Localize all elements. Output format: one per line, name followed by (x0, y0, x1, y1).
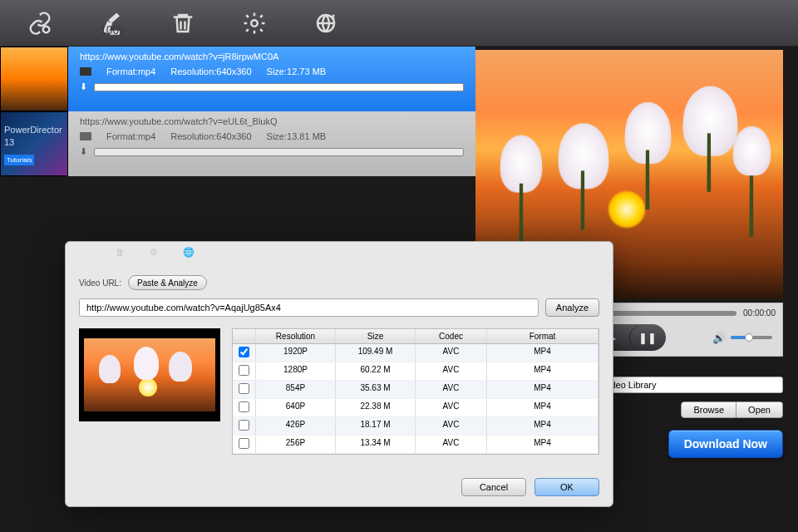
gear-icon: ⚙ (150, 247, 158, 258)
cell-resolution: 640P (256, 399, 336, 416)
download-arrow-icon: ⬇ (80, 81, 87, 92)
row-checkbox[interactable] (239, 401, 249, 412)
cell-codec: AVC (416, 362, 487, 380)
col-codec: Codec (416, 329, 487, 343)
cell-codec: AVC (416, 399, 487, 416)
open-button[interactable]: Open (736, 401, 783, 418)
table-row[interactable]: 1920P109.49 MAVCMP4 (233, 344, 598, 362)
trash-icon: 🗑 (116, 247, 125, 258)
cell-size: 22.38 M (336, 399, 416, 416)
brush-clear-icon[interactable]: 100% (96, 8, 126, 38)
cell-format: MP4 (487, 362, 598, 380)
table-row[interactable]: 1280P60.22 MAVCMP4 (233, 362, 598, 381)
row-checkbox[interactable] (239, 420, 249, 431)
cell-size: 60.22 M (336, 362, 416, 380)
speaker-icon[interactable]: 🔊 (712, 332, 726, 344)
add-url-icon[interactable] (25, 8, 55, 38)
download-meta: Format:mp4 Resolution:640x360 Size:13.81… (80, 131, 464, 141)
download-thumbnail[interactable] (0, 47, 68, 111)
browse-button[interactable]: Browse (681, 401, 736, 418)
table-row[interactable]: 256P13.34 MAVCMP4 (233, 436, 598, 454)
table-row[interactable]: 640P22.38 MAVCMP4 (233, 399, 598, 417)
cancel-button[interactable]: Cancel (461, 478, 526, 496)
video-icon (80, 67, 91, 76)
row-checkbox[interactable] (239, 347, 249, 357)
cell-size: 13.34 M (336, 436, 416, 453)
progress-bar (94, 148, 464, 156)
dialog-thumbnail (79, 328, 220, 421)
row-checkbox[interactable] (239, 383, 249, 394)
row-checkbox[interactable] (239, 365, 249, 376)
thumbnail-column: PowerDirector 13 Tutorials (0, 47, 68, 176)
download-item[interactable]: https://www.youtube.com/watch?v=jR8irpwM… (68, 47, 475, 111)
globe-refresh-icon[interactable] (311, 8, 341, 38)
globe-icon: 🌐 (183, 247, 195, 258)
ghost-icons: 🗑⚙🌐 (116, 247, 195, 258)
pause-button[interactable]: ❚❚ (629, 326, 664, 349)
progress-bar (94, 83, 464, 91)
cell-format: MP4 (487, 436, 598, 453)
col-resolution: Resolution (256, 329, 336, 343)
cell-codec: AVC (416, 417, 487, 435)
download-item[interactable]: https://www.youtube.com/watch?v=eUL6t_Bl… (68, 111, 475, 176)
analyze-dialog: 🗑⚙🌐 Video URL: Paste & Analyze Analyze R… (65, 241, 613, 507)
paste-analyze-button[interactable]: Paste & Analyze (128, 275, 207, 290)
resolution-table: Resolution Size Codec Format 1920P109.49… (232, 328, 599, 455)
download-arrow-icon: ⬇ (80, 146, 87, 157)
thumb-line1: PowerDirector 13 (4, 124, 64, 150)
gear-icon[interactable] (239, 8, 269, 38)
row-checkbox[interactable] (239, 438, 249, 449)
cell-size: 35.63 M (336, 381, 416, 398)
cell-resolution: 1280P (256, 362, 336, 380)
ok-button[interactable]: OK (534, 478, 599, 496)
cell-resolution: 854P (256, 381, 336, 398)
col-format: Format (487, 329, 598, 343)
thumb-line2: Tutorials (4, 155, 34, 165)
cell-size: 18.17 M (336, 417, 416, 435)
url-input[interactable] (79, 298, 539, 317)
svg-text:100%: 100% (100, 24, 124, 36)
cell-resolution: 1920P (256, 344, 336, 362)
download-now-button[interactable]: Download Now (668, 430, 783, 458)
cell-codec: AVC (416, 436, 487, 453)
cell-format: MP4 (487, 381, 598, 398)
svg-point-3 (251, 20, 258, 27)
volume-slider[interactable] (731, 336, 772, 339)
cell-codec: AVC (416, 344, 487, 362)
time-display: 00:00:00 (743, 308, 776, 318)
video-icon (80, 132, 91, 140)
table-row[interactable]: 426P18.17 MAVCMP4 (233, 417, 598, 436)
download-thumbnail[interactable]: PowerDirector 13 Tutorials (0, 111, 68, 176)
cell-resolution: 256P (256, 436, 336, 453)
download-url: https://www.youtube.com/watch?v=eUL6t_Bl… (80, 116, 464, 126)
table-row[interactable]: 854P35.63 MAVCMP4 (233, 381, 598, 399)
cell-format: MP4 (487, 417, 598, 435)
video-url-label: Video URL: (79, 278, 121, 288)
cell-codec: AVC (416, 381, 487, 398)
cell-format: MP4 (487, 344, 598, 362)
cell-size: 109.49 M (336, 344, 416, 362)
col-size: Size (336, 329, 416, 343)
analyze-button[interactable]: Analyze (545, 298, 599, 317)
table-header: Resolution Size Codec Format (233, 329, 598, 344)
cell-format: MP4 (487, 399, 598, 416)
cell-resolution: 426P (256, 417, 336, 435)
download-url: https://www.youtube.com/watch?v=jR8irpwM… (80, 52, 464, 62)
download-meta: Format:mp4 Resolution:640x360 Size:12.73… (80, 66, 464, 76)
main-toolbar: 100% (0, 0, 798, 47)
trash-icon[interactable] (168, 8, 198, 38)
